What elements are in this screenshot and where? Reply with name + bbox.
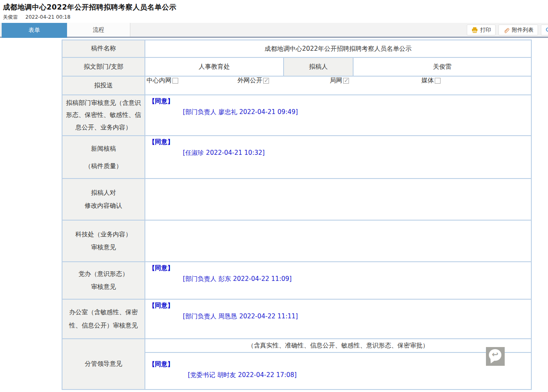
verdict-text: 【同意】 [149, 302, 528, 310]
label-line: 党办（意识形态） [66, 268, 141, 281]
paperclip-icon [503, 27, 510, 33]
row-label-submit: 拟投送 [62, 76, 145, 95]
tab-bar: 表单 流程 打印 附件列表 意 [0, 23, 548, 38]
checkbox-group-public-web: 外网公开 [237, 77, 330, 84]
drafter-label: 拟稿人 [284, 57, 353, 76]
print-button-label: 打印 [480, 26, 491, 34]
row-party-review: 党办（意识形态） 审核意见 【同意】 [部门负责人 彭东 2022-04-22 … [62, 262, 531, 299]
draft-dept-review-cell: 【同意】 [部门负责人 廖忠礼 2022-04-21 09:49] [145, 95, 531, 136]
checkbox-media[interactable] [435, 78, 441, 84]
document-header: 成都地调中心2022年公开招聘拟聘考察人员名单公示 关俊雷2022-04-21 … [0, 0, 548, 23]
row-submit-targets: 拟投送 中心内网 外网公开 局网 媒体 [62, 76, 531, 95]
verdict-text: 【同意】 [149, 360, 528, 368]
row-leader-note: 分管领导意见 （含真实性、准确性、信息公开、敏感性、意识形态、保密审批） [62, 339, 531, 352]
leader-note-cell: （含真实性、准确性、信息公开、敏感性、意识形态、保密审批） [145, 339, 531, 352]
search-icon [546, 27, 548, 33]
row-label-news-review: 新闻核稿 （稿件质量） [62, 136, 145, 179]
checkbox-label-intranet: 中心内网 [147, 77, 172, 84]
tab-form[interactable]: 表单 [2, 23, 67, 38]
leader-opinion-cell: 【同意】 [党委书记 胡时友 2022-04-22 17:08] [145, 352, 531, 390]
department-value: 人事教育处 [145, 57, 284, 76]
document-meta: 关俊雷2022-04-21 00:18 [3, 14, 70, 21]
created-timestamp: 2022-04-21 00:18 [25, 14, 70, 20]
checkbox-group-bureau-net: 局网 [330, 77, 421, 84]
signoff-text: [部门负责人 彭东 2022-04-22 11:09] [183, 275, 528, 283]
row-label-office-review: 办公室（含敏感性、保密性、信息公开）审核意见 [62, 299, 145, 339]
form-table: 稿件名称 成都地调中心2022年公开招聘拟聘考察人员名单公示 拟文部门/支部 人… [62, 40, 532, 390]
row-department: 拟文部门/支部 人事教育处 拟稿人 关俊雷 [62, 57, 531, 76]
checkbox-intranet[interactable] [172, 78, 178, 84]
row-manuscript: 稿件名称 成都地调中心2022年公开招聘拟聘考察人员名单公示 [62, 40, 531, 57]
tech-review-cell [145, 220, 531, 262]
attachments-button[interactable]: 附件列表 [498, 25, 538, 35]
row-news-review: 新闻核稿 （稿件质量） 【同意】 [任淑珍 2022-04-21 10:32] [62, 136, 531, 179]
label-line: 审核意见 [66, 241, 141, 254]
signoff-text: [任淑珍 2022-04-21 10:32] [183, 149, 528, 157]
checkbox-label-bureau-net: 局网 [330, 77, 342, 84]
row-label-drafter-confirm: 拟稿人对 修改内容确认 [62, 179, 145, 220]
office-review-cell: 【同意】 [部门负责人 周恳恳 2022-04-22 11:11] [145, 299, 531, 339]
row-office-review: 办公室（含敏感性、保密性、信息公开）审核意见 【同意】 [部门负责人 周恳恳 2… [62, 299, 531, 339]
signoff-text: [部门负责人 周恳恳 2022-04-22 11:11] [183, 313, 528, 320]
row-label-party-review: 党办（意识形态） 审核意见 [62, 262, 145, 299]
row-draft-dept-review: 拟稿部门审核意见（含意识形态、保密性、敏感性、信息公开、业务内容） 【同意】 [… [62, 95, 531, 136]
tab-process[interactable]: 流程 [67, 23, 130, 37]
checkbox-group-intranet: 中心内网 [147, 77, 237, 84]
label-line: 拟稿人对 [66, 186, 141, 200]
reply-arrow-icon: ↩ [489, 348, 501, 360]
opinion-button[interactable]: 意 [541, 25, 548, 35]
submit-targets-cell: 中心内网 外网公开 局网 媒体 [145, 76, 531, 95]
printer-icon [471, 27, 478, 33]
row-label-tech-review: 科技处（业务内容） 审核意见 [62, 220, 145, 262]
label-line: 修改内容确认 [66, 199, 141, 213]
author-name: 关俊雷 [3, 14, 18, 20]
row-drafter-confirm: 拟稿人对 修改内容确认 [62, 179, 531, 220]
checkbox-public-web[interactable] [263, 78, 269, 84]
label-line: 新闻核稿 [66, 140, 141, 157]
row-label-department: 拟文部门/支部 [62, 57, 145, 76]
label-line: 审核意见 [66, 280, 141, 294]
row-label-draft-dept-review: 拟稿部门审核意见（含意识形态、保密性、敏感性、信息公开、业务内容） [62, 95, 145, 136]
attachments-button-label: 附件列表 [512, 26, 533, 34]
label-line: （稿件质量） [66, 157, 141, 175]
label-line: 科技处（业务内容） [66, 228, 141, 241]
verdict-text: 【同意】 [149, 264, 528, 272]
page-title: 成都地调中心2022年公开招聘拟聘考察人员名单公示 [3, 2, 177, 12]
toolbar: 打印 附件列表 意 [467, 25, 548, 36]
drafter-value: 关俊雷 [353, 57, 531, 76]
row-tech-review: 科技处（业务内容） 审核意见 [62, 220, 531, 262]
checkbox-label-media: 媒体 [421, 77, 434, 84]
drafter-confirm-cell [145, 179, 531, 220]
reply-float-button[interactable]: ↩ [486, 347, 505, 366]
manuscript-title-value[interactable]: 成都地调中心2022年公开招聘拟聘考察人员名单公示 [145, 40, 531, 57]
approval-form: 稿件名称 成都地调中心2022年公开招聘拟聘考察人员名单公示 拟文部门/支部 人… [62, 40, 532, 390]
row-label-leader-opinion: 分管领导意见 [62, 339, 145, 390]
checkbox-row: 中心内网 外网公开 局网 媒体 [145, 77, 531, 84]
checkbox-bureau-net[interactable] [343, 78, 349, 84]
checkbox-group-media: 媒体 [421, 77, 531, 84]
signoff-text: [党委书记 胡时友 2022-04-22 17:08] [188, 371, 528, 379]
verdict-text: 【同意】 [149, 138, 528, 146]
checkbox-label-public-web: 外网公开 [237, 77, 262, 84]
news-review-cell: 【同意】 [任淑珍 2022-04-21 10:32] [145, 136, 531, 179]
signoff-text: [部门负责人 廖忠礼 2022-04-21 09:49] [183, 108, 528, 116]
party-review-cell: 【同意】 [部门负责人 彭东 2022-04-22 11:09] [145, 262, 531, 299]
verdict-text: 【同意】 [149, 97, 528, 105]
print-button[interactable]: 打印 [467, 25, 496, 35]
row-label-manuscript: 稿件名称 [62, 40, 145, 57]
